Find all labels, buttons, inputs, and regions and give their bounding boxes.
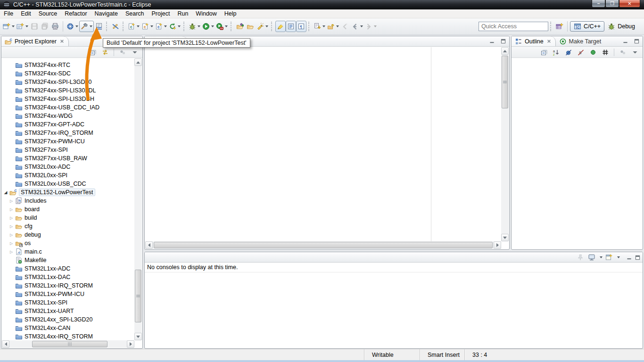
menu-navigate[interactable]: Navigate [91, 10, 122, 17]
new-c-blue-dropdown-caret[interactable] [164, 25, 167, 27]
project-STM32L4xx-CAN[interactable]: STM32L4xx-CAN [2, 324, 134, 332]
forward-dropdown-caret[interactable] [374, 25, 377, 27]
new-view-dropdown-caret[interactable] [25, 25, 28, 27]
tree-expander-icon[interactable]: ▷ [8, 224, 15, 229]
new-wizard-button[interactable] [2, 21, 16, 32]
new-c-blue-button[interactable] [154, 21, 168, 32]
editor-vscrollbar[interactable] [501, 47, 509, 241]
tree-expander-icon[interactable]: ▷ [8, 241, 15, 246]
code-editor[interactable] [145, 47, 501, 241]
minimize-button[interactable] [622, 38, 628, 44]
project-STM32F4xx-SDC[interactable]: STM32F4xx-SDC [2, 69, 134, 78]
project-STM32F7xx-PWM-ICU[interactable]: STM32F7xx-PWM-ICU [2, 137, 134, 146]
pencil-slash-button[interactable] [110, 21, 121, 32]
build-all-button[interactable] [66, 21, 79, 32]
project-STM32L1xx-IRQ_STORM[interactable]: STM32L1xx-IRQ_STORM [2, 281, 134, 290]
tree-item-board[interactable]: ▷board [2, 205, 134, 214]
search-flashlight-dropdown-caret[interactable] [265, 25, 268, 27]
perspective-c-cpp-button[interactable]: C/C++ [570, 21, 604, 32]
project-STM32F4xx-WDG[interactable]: STM32F4xx-WDG [2, 112, 134, 120]
tree-expander-icon[interactable]: ▷ [8, 199, 15, 203]
build-default-button[interactable] [79, 21, 94, 32]
project-STM32F7xx-IRQ_STORM[interactable]: STM32F7xx-IRQ_STORM [2, 129, 134, 137]
back-button[interactable] [350, 21, 364, 32]
quick-access-input[interactable] [479, 22, 548, 31]
tree-item-Includes[interactable]: ▷Includes [2, 197, 134, 205]
show-whitespace-button[interactable] [296, 21, 306, 32]
menu-run[interactable]: Run [173, 10, 192, 17]
open-console-dropdown-caret[interactable] [617, 256, 620, 258]
show-source-button[interactable] [286, 21, 296, 32]
minimize-button[interactable] [488, 38, 495, 44]
project-STM32F7xx-GPT-ADC[interactable]: STM32F7xx-GPT-ADC [2, 120, 134, 129]
menu-file[interactable]: File [0, 10, 17, 17]
project-STM32L4xx-IRQ_STORM[interactable]: STM32L4xx-IRQ_STORM [2, 332, 134, 340]
menu-source[interactable]: Source [35, 10, 61, 17]
maximize-button[interactable] [500, 38, 506, 44]
tab-project-explorer[interactable]: Project Explorer [1, 36, 69, 46]
go-into-button[interactable] [326, 21, 340, 32]
binary-button[interactable] [94, 21, 104, 32]
print-button[interactable] [50, 21, 60, 32]
new-make-target-dropdown-caret[interactable] [178, 25, 181, 27]
project-STM32L0xx-USB_CDC[interactable]: STM32L0xx-USB_CDC [2, 180, 134, 188]
outline-view-menu-button[interactable] [630, 48, 640, 57]
pin-console-button[interactable] [576, 253, 585, 262]
project-STM32F7xx-SPI[interactable]: STM32F7xx-SPI [2, 146, 134, 154]
outline-sort-az-button[interactable] [552, 48, 561, 57]
minimize-button[interactable] [626, 255, 632, 260]
new-view-button[interactable] [16, 21, 29, 32]
new-c-orange-dropdown-caret[interactable] [150, 25, 153, 27]
console-dropdown-caret[interactable] [600, 256, 603, 258]
project-STM32L152-LowPowerTest[interactable]: ◢STM32L152-LowPowerTest [2, 188, 134, 197]
project-STM32F4xx-SPI-LIS3DSH[interactable]: STM32F4xx-SPI-LIS3DSH [2, 95, 134, 103]
last-edit-dropdown-caret[interactable] [322, 25, 325, 27]
outline-collapse-all-button[interactable] [539, 48, 549, 57]
maximize-button[interactable] [634, 255, 641, 260]
menu-search[interactable]: Search [122, 10, 148, 17]
window-close-button[interactable]: ✕ [619, 0, 640, 8]
tab-outline[interactable]: Outline [512, 36, 556, 46]
project-STM32L1xx-DAC[interactable]: STM32L1xx-DAC [2, 273, 134, 281]
close-icon[interactable] [59, 38, 65, 44]
outline-group-hash-button[interactable] [601, 48, 610, 57]
project-explorer-vscrollbar[interactable] [134, 58, 142, 340]
outline-focus-button[interactable] [618, 48, 627, 57]
profile-dropdown-caret[interactable] [225, 25, 228, 27]
open-perspective-button[interactable] [554, 21, 565, 32]
window-restore-button[interactable]: ❐ [605, 0, 619, 8]
new-wizard-dropdown-caret[interactable] [12, 25, 15, 27]
window-minimize-button[interactable]: – [592, 0, 605, 8]
outline-hide-static-button[interactable] [576, 48, 586, 57]
search-flashlight-button[interactable] [256, 21, 269, 32]
new-make-target-button[interactable] [168, 21, 182, 32]
project-tree[interactable]: STM32F4xx-RTCSTM32F4xx-SDCSTM32F4xx-SPI-… [2, 58, 134, 340]
project-STM32L0xx-SPI[interactable]: STM32L0xx-SPI [2, 171, 134, 180]
build-default-dropdown-caret[interactable] [90, 25, 92, 27]
outline-green-dot-button[interactable] [588, 48, 598, 57]
maximize-button[interactable] [633, 38, 640, 44]
tree-expander-icon[interactable]: ▷ [8, 216, 15, 220]
outline-hide-fields-button[interactable] [564, 48, 573, 57]
tab-make-target[interactable]: Make Target [556, 36, 605, 46]
menu-window[interactable]: Window [192, 10, 220, 17]
project-STM32F7xx-USB_RAW[interactable]: STM32F7xx-USB_RAW [2, 154, 134, 163]
menu-refactor[interactable]: Refactor [61, 10, 91, 17]
open-console-button[interactable] [604, 253, 614, 262]
editor-hscrollbar[interactable] [145, 241, 501, 249]
project-STM32F4xx-SPI-L3GD20[interactable]: STM32F4xx-SPI-L3GD20 [2, 78, 134, 86]
mark-occurrences-button[interactable] [275, 21, 286, 32]
project-STM32F4xx-SPI-LIS302DL[interactable]: STM32F4xx-SPI-LIS302DL [2, 86, 134, 95]
run-button[interactable] [201, 21, 215, 32]
project-STM32F4xx-RTC[interactable]: STM32F4xx-RTC [2, 61, 134, 69]
tree-expander-icon[interactable]: ▷ [8, 233, 15, 237]
run-dropdown-caret[interactable] [211, 25, 214, 27]
tree-expander-icon[interactable]: ▷ [8, 207, 15, 212]
perspective-debug-button[interactable]: Debug [604, 22, 638, 31]
project-explorer-link-editor-button[interactable] [100, 48, 110, 57]
go-into-dropdown-caret[interactable] [336, 25, 339, 27]
project-STM32L1xx-UART[interactable]: STM32L1xx-UART [2, 307, 134, 315]
open-element-button[interactable] [235, 21, 245, 32]
back-dropdown-caret[interactable] [360, 25, 363, 27]
close-icon[interactable] [546, 38, 552, 44]
